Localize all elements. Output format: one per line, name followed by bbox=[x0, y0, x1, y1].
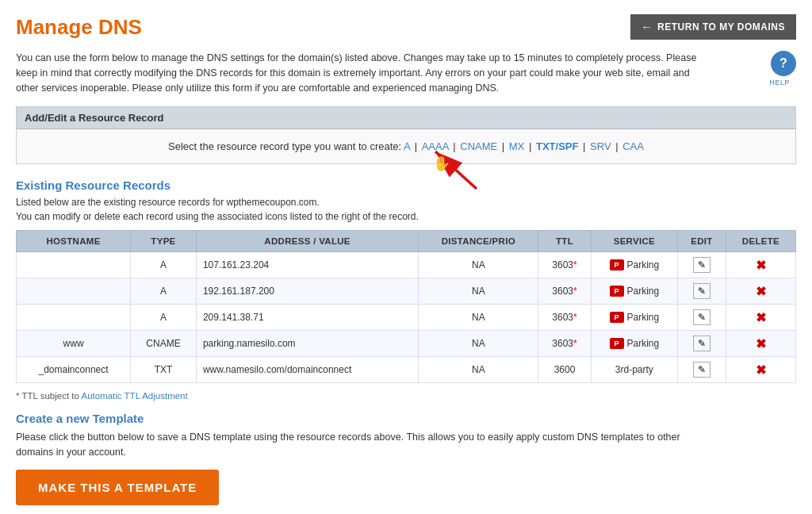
cell-hostname bbox=[17, 252, 131, 278]
edit-button[interactable]: ✎ bbox=[693, 362, 710, 378]
cell-edit: ✎ bbox=[678, 331, 726, 357]
cell-distance: NA bbox=[419, 278, 538, 305]
dns-type-aaaa[interactable]: AAAA bbox=[422, 140, 449, 152]
delete-button[interactable]: ✖ bbox=[756, 337, 766, 351]
cell-ttl: 3603* bbox=[538, 305, 591, 331]
delete-button[interactable]: ✖ bbox=[756, 259, 766, 272]
existing-records-section: Existing Resource Records Listed below a… bbox=[0, 172, 812, 388]
help-icon[interactable]: ? bbox=[771, 51, 796, 76]
existing-records-desc: Listed below are the existing resource r… bbox=[16, 195, 796, 224]
col-service: SERVICE bbox=[591, 231, 677, 252]
table-row: _domainconnectTXTwww.namesilo.com/domain… bbox=[17, 357, 796, 383]
service-parking: PParking bbox=[598, 312, 671, 323]
table-row: A107.161.23.204NA3603*PParking✎✖ bbox=[17, 252, 796, 278]
edit-button[interactable]: ✎ bbox=[693, 257, 710, 273]
cell-hostname: www bbox=[17, 331, 131, 357]
ttl-note: * TTL subject to Automatic TTL Adjustmen… bbox=[0, 388, 812, 405]
cell-delete: ✖ bbox=[726, 305, 795, 331]
table-row: A209.141.38.71NA3603*PParking✎✖ bbox=[17, 305, 796, 331]
cell-address: 107.161.23.204 bbox=[196, 252, 418, 278]
col-edit: EDIT bbox=[678, 231, 726, 252]
cell-hostname bbox=[17, 278, 131, 305]
cell-delete: ✖ bbox=[726, 278, 795, 305]
template-desc: Please click the button below to save a … bbox=[16, 430, 714, 460]
dns-type-txt-spf[interactable]: TXT/SPF bbox=[536, 140, 578, 152]
resource-record-header: Add/Edit a Resource Record bbox=[17, 107, 795, 129]
cell-service: PParking bbox=[591, 305, 677, 331]
template-title: Create a new Template bbox=[16, 412, 796, 425]
cell-type: A bbox=[131, 278, 197, 305]
service-label: Parking bbox=[627, 338, 660, 349]
dns-type-srv[interactable]: SRV bbox=[590, 140, 611, 152]
existing-records-title: Existing Resource Records bbox=[16, 178, 796, 192]
make-template-button[interactable]: MAKE THIS A TEMPLATE bbox=[16, 470, 219, 505]
cell-type: A bbox=[131, 252, 197, 278]
help-label: HELP bbox=[769, 78, 790, 89]
dns-table: HOSTNAME TYPE ADDRESS / VALUE DISTANCE/P… bbox=[16, 230, 796, 383]
parking-icon: P bbox=[610, 338, 624, 349]
col-hostname: HOSTNAME bbox=[17, 231, 131, 252]
cell-type: CNAME bbox=[131, 331, 197, 357]
delete-button[interactable]: ✖ bbox=[756, 311, 766, 324]
cell-ttl: 3603* bbox=[538, 252, 591, 278]
service-parking: PParking bbox=[598, 338, 671, 349]
cell-distance: NA bbox=[419, 357, 538, 383]
cell-distance: NA bbox=[419, 252, 538, 278]
service-parking: PParking bbox=[598, 259, 671, 270]
dns-type-caa[interactable]: CAA bbox=[622, 140, 644, 152]
edit-button[interactable]: ✎ bbox=[693, 309, 710, 325]
description-section: You can use the form below to manage the… bbox=[0, 48, 812, 106]
dns-type-cname[interactable]: CNAME bbox=[460, 140, 497, 152]
dns-type-a[interactable]: A bbox=[404, 140, 410, 152]
cell-distance: NA bbox=[419, 305, 538, 331]
existing-desc-line1: Listed below are the existing resource r… bbox=[16, 197, 320, 208]
delete-button[interactable]: ✖ bbox=[756, 363, 766, 377]
edit-button[interactable]: ✎ bbox=[693, 283, 710, 299]
help-container: ? HELP bbox=[763, 51, 796, 89]
cell-edit: ✎ bbox=[678, 278, 726, 305]
existing-desc-line2: You can modify or delete each record usi… bbox=[16, 211, 419, 222]
col-address: ADDRESS / VALUE bbox=[196, 231, 418, 252]
ttl-asterisk: * bbox=[573, 286, 577, 297]
dns-type-mx[interactable]: MX bbox=[509, 140, 525, 152]
ttl-asterisk: * bbox=[573, 259, 577, 270]
cursor-icon: ✋ bbox=[433, 155, 450, 172]
edit-button[interactable]: ✎ bbox=[693, 336, 710, 351]
cell-address: www.namesilo.com/domainconnect bbox=[196, 357, 418, 383]
service-label: Parking bbox=[627, 286, 660, 297]
ttl-adjustment-link[interactable]: Automatic TTL Adjustment bbox=[81, 391, 187, 401]
service-parking: PParking bbox=[598, 286, 671, 297]
select-label: Select the resource record type you want… bbox=[168, 140, 401, 152]
cell-edit: ✎ bbox=[678, 305, 726, 331]
cell-address: parking.namesilo.com bbox=[196, 331, 418, 357]
cell-type: TXT bbox=[131, 357, 197, 383]
cell-address: 192.161.187.200 bbox=[196, 278, 418, 305]
col-delete: DELETE bbox=[726, 231, 795, 252]
cell-delete: ✖ bbox=[726, 331, 795, 357]
return-button-label: RETURN TO MY DOMAINS bbox=[657, 21, 785, 33]
cell-service: PParking bbox=[591, 331, 677, 357]
cell-type: A bbox=[131, 305, 197, 331]
table-row: wwwCNAMEparking.namesilo.comNA3603*PPark… bbox=[17, 331, 796, 357]
service-label: Parking bbox=[627, 259, 660, 270]
ttl-asterisk: * bbox=[573, 312, 577, 323]
col-type: TYPE bbox=[131, 231, 197, 252]
header: Manage DNS ← RETURN TO MY DOMAINS bbox=[0, 0, 812, 48]
parking-icon: P bbox=[610, 259, 624, 270]
cell-service: 3rd-party bbox=[591, 357, 677, 383]
page-title: Manage DNS bbox=[16, 15, 142, 40]
cell-ttl: 3603* bbox=[538, 278, 591, 305]
dns-type-links: A | AAAA | CNAME | MX | TXT/SPF | SRV | … bbox=[404, 140, 644, 152]
resource-record-box: Add/Edit a Resource Record Select the re… bbox=[16, 106, 796, 164]
service-label: Parking bbox=[627, 312, 660, 323]
parking-icon: P bbox=[610, 286, 624, 297]
return-to-domains-button[interactable]: ← RETURN TO MY DOMAINS bbox=[630, 14, 796, 40]
ttl-asterisk: * bbox=[573, 338, 577, 349]
description-text: You can use the form below to manage the… bbox=[16, 51, 714, 95]
col-distance: DISTANCE/PRIO bbox=[419, 231, 538, 252]
delete-button[interactable]: ✖ bbox=[756, 285, 766, 298]
cell-hostname: _domainconnect bbox=[17, 357, 131, 383]
cell-address: 209.141.38.71 bbox=[196, 305, 418, 331]
ttl-note-text: * TTL subject to bbox=[16, 391, 81, 401]
template-section: Create a new Template Please click the b… bbox=[0, 405, 812, 512]
